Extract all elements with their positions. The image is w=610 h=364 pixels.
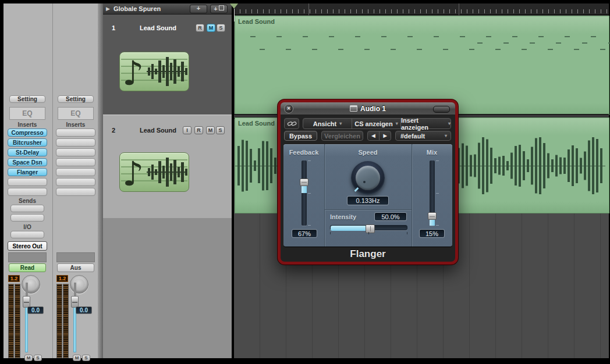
insert-slot-spacedsn[interactable]: Space Dsn xyxy=(8,158,47,166)
column-divider xyxy=(412,144,412,247)
fader-handle[interactable] xyxy=(71,296,79,308)
insert-slot-empty[interactable] xyxy=(8,188,47,196)
global-tracks-title: Globale Spuren xyxy=(114,5,161,12)
fader-value[interactable]: 0.0 xyxy=(27,306,44,314)
bar-ruler[interactable] xyxy=(234,3,609,15)
track-number: 1 xyxy=(112,24,115,31)
input-monitor-button[interactable]: I xyxy=(183,126,191,134)
mute-button[interactable]: M xyxy=(24,355,33,361)
fader-value[interactable]: 0.0 xyxy=(76,306,92,314)
audio-track-icon[interactable]: ♪ xyxy=(119,152,189,192)
feedback-slider-track[interactable] xyxy=(302,160,307,226)
ruler-major-line xyxy=(459,3,459,15)
track-name[interactable]: Lead Sound xyxy=(140,24,176,31)
solo-button[interactable]: S xyxy=(217,24,225,32)
setting-button[interactable]: Setting xyxy=(58,95,94,103)
audio-track-icon[interactable]: ♪ xyxy=(119,52,189,91)
insert-menu-button[interactable]: Insert anzeigen▾ xyxy=(400,118,451,129)
mute-button[interactable]: M xyxy=(73,355,81,361)
insert-slot-empty[interactable] xyxy=(56,188,95,196)
speed-knob-face xyxy=(356,166,380,190)
solo-button[interactable]: S xyxy=(216,126,225,134)
bypass-button[interactable]: Bypass xyxy=(284,131,317,141)
insert-slot-empty[interactable] xyxy=(56,148,95,156)
global-tracks-header[interactable]: ▶ Globale Spuren + + xyxy=(103,3,232,15)
preset-menu-button[interactable]: #default▾ xyxy=(395,131,451,141)
track-list: ▶ Globale Spuren + + 1 Lead Sound R M S … xyxy=(103,3,232,358)
sends-label: Sends xyxy=(3,198,51,204)
send-slot-empty[interactable] xyxy=(10,205,44,212)
feedback-value[interactable]: 67% xyxy=(292,229,317,238)
feedback-label: Feedback xyxy=(283,149,324,156)
record-enable-button[interactable]: R xyxy=(196,24,204,32)
logic-main-window: Setting EQ Inserts Compresso Bitcrusher … xyxy=(0,0,610,364)
automation-mode-button[interactable]: Aus xyxy=(57,263,94,272)
output-button[interactable]: Stereo Out xyxy=(8,241,47,251)
slider-tick xyxy=(308,160,311,161)
group-slot[interactable] xyxy=(56,252,95,262)
record-enable-button[interactable]: R xyxy=(194,126,203,134)
plugin-window-icon xyxy=(350,105,357,112)
track-row-1[interactable]: 1 Lead Sound R M S ♪ xyxy=(103,15,232,115)
chain-link-icon xyxy=(287,120,297,127)
add-multi-track-button[interactable]: + xyxy=(210,5,228,13)
eq-display[interactable]: EQ xyxy=(58,107,94,120)
mute-button[interactable]: M xyxy=(207,24,215,32)
intensity-label: Intensity xyxy=(330,213,356,220)
speed-value[interactable]: 0.133Hz xyxy=(347,196,389,205)
playhead-icon[interactable] xyxy=(230,3,238,9)
compare-button[interactable]: Vergleichen xyxy=(321,131,363,141)
level-meter-right xyxy=(15,284,20,358)
automation-mode-button[interactable]: Read xyxy=(9,263,46,272)
mix-slider-handle[interactable] xyxy=(428,212,437,220)
svg-text:♪: ♪ xyxy=(122,154,144,191)
minimize-icon[interactable] xyxy=(433,106,450,113)
solo-button[interactable]: S xyxy=(34,355,42,361)
feedback-slider-handle[interactable] xyxy=(300,179,308,186)
inserts-label: Inserts xyxy=(3,122,51,128)
view-menu-button[interactable]: Ansicht▾ xyxy=(303,118,352,129)
close-icon[interactable]: ✕ xyxy=(284,104,293,113)
disclosure-triangle-icon[interactable]: ▶ xyxy=(106,6,110,12)
pan-knob[interactable] xyxy=(70,275,88,294)
insert-slot-compressor[interactable]: Compresso xyxy=(8,129,47,137)
intensity-slider-track[interactable] xyxy=(330,225,407,230)
send-slot-empty[interactable] xyxy=(10,214,44,222)
eq-display[interactable]: EQ xyxy=(9,107,45,120)
insert-slot-empty[interactable] xyxy=(56,158,95,166)
fader-handle[interactable] xyxy=(23,296,30,308)
link-button[interactable] xyxy=(284,118,299,129)
row-divider xyxy=(325,209,412,210)
solo-button[interactable]: S xyxy=(82,355,90,361)
plugin-titlebar[interactable]: ✕ Audio 1 xyxy=(281,102,455,115)
cs-menu-button[interactable]: CS anzeigen▾ xyxy=(352,118,401,129)
pan-knob[interactable] xyxy=(22,275,40,294)
setting-button[interactable]: Setting xyxy=(9,95,45,103)
speed-label: Speed xyxy=(324,149,412,156)
insert-slot-empty[interactable] xyxy=(56,138,95,147)
chevron-down-icon: ▾ xyxy=(448,121,451,126)
insert-slot-bitcrusher[interactable]: Bitcrusher xyxy=(8,138,47,147)
insert-slot-flanger[interactable]: Flanger xyxy=(8,168,47,176)
insert-slot-empty[interactable] xyxy=(56,129,95,137)
add-track-button[interactable]: + xyxy=(190,5,207,13)
track-name[interactable]: Lead Sound xyxy=(140,127,176,134)
slider-tick xyxy=(436,193,439,194)
insert-slot-empty[interactable] xyxy=(8,178,47,186)
track-row-2[interactable]: 2 Lead Sound I R M S ♪ xyxy=(103,115,232,218)
mute-button[interactable]: M xyxy=(206,126,215,134)
insert-slot-stdelay[interactable]: St-Delay xyxy=(8,148,47,156)
group-slot[interactable] xyxy=(8,252,47,262)
intensity-slider-handle[interactable] xyxy=(366,224,375,233)
flanger-panel: Feedback 67% Speed 0.133Hz Intensity 50.… xyxy=(283,144,452,247)
speed-knob[interactable] xyxy=(351,161,385,195)
intensity-value[interactable]: 50.0% xyxy=(374,212,407,221)
next-preset-button[interactable]: ▶ xyxy=(379,131,391,141)
plugin-window: ✕ Audio 1 Ansicht▾ CS anzeigen▾ Insert a… xyxy=(278,99,458,265)
prev-preset-button[interactable]: ◀ xyxy=(367,131,380,141)
plugin-window-title: Audio 1 xyxy=(360,105,386,113)
input-slot[interactable] xyxy=(10,231,44,238)
mix-value[interactable]: 15% xyxy=(419,229,445,238)
insert-slot-empty[interactable] xyxy=(56,168,95,176)
insert-slot-empty[interactable] xyxy=(56,178,95,186)
